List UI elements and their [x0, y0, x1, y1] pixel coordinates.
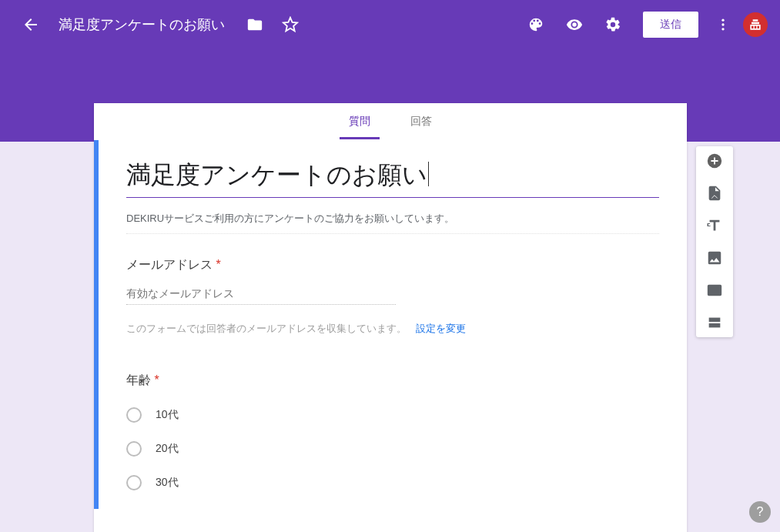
- account-avatar[interactable]: [743, 12, 768, 37]
- svg-rect-5: [758, 26, 760, 28]
- send-button[interactable]: 送信: [643, 12, 698, 38]
- text-cursor: [428, 162, 429, 186]
- folder-icon[interactable]: [246, 16, 263, 33]
- form-tabs: 質問 回答: [94, 103, 687, 140]
- required-asterisk: *: [154, 373, 159, 386]
- more-vert-icon[interactable]: [715, 17, 731, 32]
- form-title-input[interactable]: 満足度アンケートのお願い: [126, 159, 659, 198]
- tab-responses[interactable]: 回答: [406, 104, 437, 139]
- radio-circle-icon[interactable]: [126, 475, 142, 490]
- star-icon[interactable]: [282, 16, 299, 33]
- settings-icon[interactable]: [604, 16, 621, 33]
- email-question: メールアドレス * このフォームでは回答者のメールアドレスを収集しています。 設…: [126, 257, 659, 336]
- side-toolbar: [696, 146, 733, 337]
- radio-option-label: 20代: [156, 442, 179, 456]
- form-card: 質問 回答 満足度アンケートのお願い DEKIRUサービスご利用の方にアンケート…: [94, 103, 687, 532]
- svg-rect-7: [709, 318, 721, 323]
- svg-point-1: [721, 23, 724, 25]
- age-label: 年齢 *: [126, 373, 659, 389]
- age-question: 年齢 * 10代 20代 30代: [126, 373, 659, 490]
- form-description[interactable]: DEKIRUサービスご利用の方にアンケートのご協力をお願いしています。: [126, 212, 659, 234]
- radio-option[interactable]: 20代: [126, 441, 659, 457]
- email-collection-note: このフォームでは回答者のメールアドレスを収集しています。 設定を変更: [126, 322, 659, 336]
- preview-icon[interactable]: [566, 16, 583, 33]
- add-image-icon[interactable]: [706, 249, 723, 266]
- import-questions-icon[interactable]: [706, 185, 723, 202]
- svg-rect-3: [752, 26, 754, 28]
- radio-option-label: 10代: [156, 408, 179, 422]
- svg-point-2: [721, 28, 724, 30]
- email-label: メールアドレス *: [126, 257, 659, 273]
- form-title-text: 満足度アンケートのお願い: [126, 161, 427, 189]
- required-asterisk: *: [216, 258, 220, 271]
- document-title[interactable]: 満足度アンケートのお願い: [59, 15, 225, 34]
- add-title-icon[interactable]: [706, 217, 723, 234]
- back-arrow-icon[interactable]: [22, 15, 40, 34]
- tab-questions[interactable]: 質問: [344, 104, 375, 139]
- change-settings-link[interactable]: 設定を変更: [416, 323, 466, 334]
- svg-point-0: [721, 19, 724, 22]
- palette-icon[interactable]: [527, 16, 544, 33]
- add-question-icon[interactable]: [706, 152, 723, 169]
- add-section-icon[interactable]: [706, 314, 723, 331]
- radio-option[interactable]: 30代: [126, 475, 659, 490]
- radio-circle-icon[interactable]: [126, 441, 142, 457]
- add-video-icon[interactable]: [706, 282, 723, 299]
- radio-circle-icon[interactable]: [126, 407, 142, 423]
- radio-option-label: 30代: [156, 476, 179, 490]
- email-input[interactable]: [126, 287, 396, 305]
- svg-rect-4: [755, 26, 757, 28]
- svg-rect-8: [709, 323, 721, 328]
- help-button[interactable]: ?: [749, 501, 771, 523]
- radio-option[interactable]: 10代: [126, 407, 659, 423]
